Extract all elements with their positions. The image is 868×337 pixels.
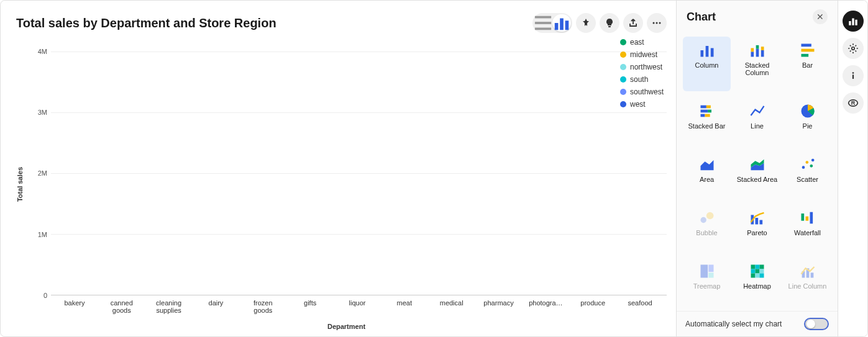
right-rail: R (838, 1, 867, 336)
chart-type-pareto[interactable]: Pareto (733, 204, 781, 251)
chart-type-column[interactable]: Column (683, 37, 731, 91)
x-label: cannedgoods (98, 299, 145, 314)
chart-plot[interactable] (51, 39, 667, 295)
svg-point-8 (659, 22, 661, 24)
chart-type-label: Waterfall (794, 229, 821, 236)
x-label: photogra… (522, 299, 569, 314)
svg-rect-45 (708, 272, 713, 277)
chart-type-scatter[interactable]: Scatter (783, 151, 831, 198)
svg-rect-9 (700, 50, 703, 57)
legend-color-icon (620, 76, 626, 83)
chart-type-label: Line (751, 122, 764, 130)
panel-title: Chart (687, 11, 716, 24)
svg-rect-13 (751, 48, 754, 52)
svg-rect-60 (855, 20, 857, 25)
svg-rect-24 (708, 110, 711, 113)
svg-rect-22 (706, 106, 710, 109)
svg-rect-26 (705, 114, 710, 117)
svg-rect-49 (751, 269, 755, 274)
legend-item[interactable]: east (620, 38, 664, 47)
chart-type-area[interactable]: Area (683, 151, 731, 198)
x-label: meat (381, 299, 428, 314)
line-icon (749, 102, 766, 120)
svg-rect-57 (810, 272, 813, 277)
treemap-icon (698, 263, 716, 280)
scatter-icon (799, 156, 816, 173)
waterfall-icon (799, 209, 816, 227)
svg-point-33 (810, 164, 813, 168)
svg-rect-17 (761, 47, 764, 50)
chart-type-bar[interactable]: Bar (783, 37, 831, 91)
share-button[interactable] (623, 13, 643, 33)
chart-type-line[interactable]: Line (733, 97, 781, 145)
svg-rect-47 (755, 265, 759, 269)
chart-type-pie[interactable]: Pie (783, 97, 831, 145)
svg-point-32 (805, 161, 808, 164)
chart-type-stacked-column[interactable]: Stacked Column (733, 37, 781, 91)
x-label: dairy (193, 299, 240, 314)
chart-type-heatmap[interactable]: Heatmap (733, 258, 781, 305)
svg-rect-50 (755, 269, 759, 274)
r-analysis-button[interactable]: R (843, 92, 864, 114)
svg-point-31 (802, 166, 805, 169)
table-view-button[interactable] (534, 14, 552, 32)
svg-rect-15 (756, 45, 759, 49)
svg-rect-44 (708, 265, 713, 272)
svg-rect-54 (759, 274, 764, 278)
svg-rect-0 (535, 16, 551, 19)
x-label: liquor (334, 299, 381, 314)
bar-icon (799, 42, 816, 59)
chart-type-label: Pareto (747, 229, 767, 236)
more-options-button[interactable] (647, 13, 667, 33)
legend-label: midwest (630, 50, 657, 59)
auto-select-toggle[interactable] (804, 318, 829, 330)
svg-rect-20 (801, 54, 808, 57)
x-axis-labels: bakerycannedgoodscleaningsuppliesdairyfr… (26, 295, 667, 314)
y-tick: 2M (38, 169, 47, 177)
legend-color-icon (620, 64, 626, 70)
legend-item[interactable]: northwest (620, 63, 664, 71)
legend-color-icon (620, 101, 626, 107)
chart-type-stacked-bar[interactable]: Stacked Bar (683, 97, 731, 145)
chart-view-button[interactable] (552, 14, 571, 32)
legend-item[interactable]: south (620, 75, 664, 84)
chart-toolbar (532, 13, 667, 33)
svg-point-34 (811, 159, 814, 162)
svg-point-7 (656, 22, 658, 24)
svg-rect-52 (751, 274, 755, 278)
chart-type-label: Pie (803, 122, 813, 130)
chart-type-label: Area (700, 176, 714, 183)
svg-rect-43 (700, 265, 708, 278)
svg-rect-25 (700, 114, 705, 117)
chart-config-button[interactable] (843, 11, 864, 32)
chart-type-label: Stacked Bar (688, 122, 726, 130)
settings-button[interactable] (843, 38, 864, 59)
svg-rect-48 (759, 265, 764, 269)
legend-item[interactable]: west (620, 100, 664, 109)
y-axis-label: Total sales (16, 167, 24, 202)
chart-title: Total sales by Department and Store Regi… (16, 16, 276, 30)
insights-button[interactable] (600, 13, 619, 33)
svg-rect-16 (761, 50, 764, 57)
svg-rect-23 (700, 110, 708, 113)
x-label: gifts (286, 299, 334, 314)
chart-type-label: Bar (802, 61, 813, 69)
svg-rect-4 (560, 19, 564, 30)
info-button[interactable] (843, 65, 864, 86)
view-toggle (532, 13, 572, 33)
svg-rect-2 (535, 28, 551, 30)
svg-point-35 (700, 217, 706, 223)
stacked-column-icon (749, 42, 766, 59)
close-panel-button[interactable]: ✕ (813, 9, 828, 24)
heatmap-icon (749, 263, 766, 280)
pin-button[interactable] (576, 13, 596, 33)
chart-type-stacked-area[interactable]: Stacked Area (733, 151, 781, 198)
legend-label: northwest (630, 63, 662, 71)
svg-rect-41 (805, 217, 808, 221)
y-axis-ticks: 01M2M3M4M (26, 39, 51, 295)
svg-point-62 (852, 72, 854, 74)
svg-rect-42 (810, 212, 813, 224)
legend-item[interactable]: midwest (620, 50, 664, 59)
chart-type-waterfall[interactable]: Waterfall (783, 204, 831, 251)
legend-item[interactable]: southwest (620, 88, 664, 96)
